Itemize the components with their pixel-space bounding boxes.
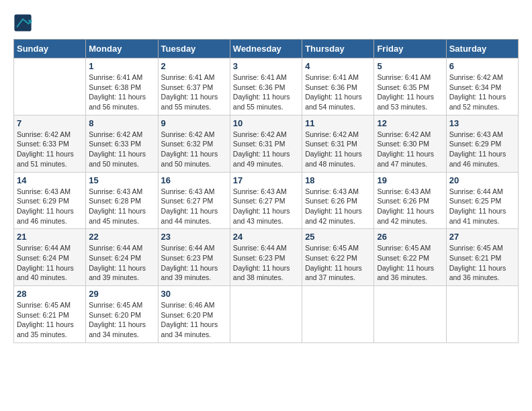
day-info: Sunrise: 6:42 AM Sunset: 6:32 PM Dayligh… xyxy=(161,130,227,169)
day-number: 26 xyxy=(377,232,443,242)
calendar-cell xyxy=(446,286,518,343)
calendar-cell: 17Sunrise: 6:43 AM Sunset: 6:27 PM Dayli… xyxy=(230,172,302,229)
calendar-cell: 19Sunrise: 6:43 AM Sunset: 6:26 PM Dayli… xyxy=(374,172,446,229)
day-number: 17 xyxy=(233,175,299,185)
day-info: Sunrise: 6:43 AM Sunset: 6:27 PM Dayligh… xyxy=(233,187,299,226)
calendar-cell: 23Sunrise: 6:44 AM Sunset: 6:23 PM Dayli… xyxy=(158,229,230,286)
header xyxy=(13,13,519,32)
day-number: 19 xyxy=(377,175,443,185)
calendar-cell: 27Sunrise: 6:45 AM Sunset: 6:21 PM Dayli… xyxy=(446,229,518,286)
day-info: Sunrise: 6:45 AM Sunset: 6:21 PM Dayligh… xyxy=(17,300,83,340)
calendar-cell: 10Sunrise: 6:42 AM Sunset: 6:31 PM Dayli… xyxy=(230,115,302,172)
calendar-header-row: SundayMondayTuesdayWednesdayThursdayFrid… xyxy=(14,40,519,58)
day-info: Sunrise: 6:45 AM Sunset: 6:20 PM Dayligh… xyxy=(89,300,154,340)
day-info: Sunrise: 6:42 AM Sunset: 6:30 PM Dayligh… xyxy=(377,130,443,169)
day-info: Sunrise: 6:42 AM Sunset: 6:31 PM Dayligh… xyxy=(233,130,299,169)
calendar-cell: 21Sunrise: 6:44 AM Sunset: 6:24 PM Dayli… xyxy=(14,229,86,286)
day-info: Sunrise: 6:43 AM Sunset: 6:28 PM Dayligh… xyxy=(89,187,154,226)
day-number: 4 xyxy=(305,61,371,71)
day-info: Sunrise: 6:43 AM Sunset: 6:27 PM Dayligh… xyxy=(161,187,227,226)
day-info: Sunrise: 6:44 AM Sunset: 6:24 PM Dayligh… xyxy=(89,243,154,283)
day-info: Sunrise: 6:43 AM Sunset: 6:29 PM Dayligh… xyxy=(17,187,83,226)
calendar-cell: 4Sunrise: 6:41 AM Sunset: 6:36 PM Daylig… xyxy=(302,58,374,116)
calendar-cell: 8Sunrise: 6:42 AM Sunset: 6:33 PM Daylig… xyxy=(86,115,158,172)
day-info: Sunrise: 6:46 AM Sunset: 6:20 PM Dayligh… xyxy=(161,300,227,340)
day-info: Sunrise: 6:43 AM Sunset: 6:26 PM Dayligh… xyxy=(305,187,371,226)
calendar-cell xyxy=(302,286,374,343)
day-number: 2 xyxy=(161,61,227,71)
day-number: 12 xyxy=(377,118,443,128)
calendar-week-row: 28Sunrise: 6:45 AM Sunset: 6:21 PM Dayli… xyxy=(14,286,519,343)
day-number: 13 xyxy=(449,118,515,128)
calendar-cell: 15Sunrise: 6:43 AM Sunset: 6:28 PM Dayli… xyxy=(86,172,158,229)
calendar-cell: 7Sunrise: 6:42 AM Sunset: 6:33 PM Daylig… xyxy=(14,115,86,172)
calendar-cell: 20Sunrise: 6:44 AM Sunset: 6:25 PM Dayli… xyxy=(446,172,518,229)
logo xyxy=(13,13,35,32)
day-number: 16 xyxy=(161,175,227,185)
calendar-week-row: 1Sunrise: 6:41 AM Sunset: 6:38 PM Daylig… xyxy=(14,58,519,116)
calendar-header-thursday: Thursday xyxy=(302,40,374,58)
day-info: Sunrise: 6:44 AM Sunset: 6:23 PM Dayligh… xyxy=(161,243,227,283)
day-number: 28 xyxy=(17,289,83,299)
calendar-cell: 18Sunrise: 6:43 AM Sunset: 6:26 PM Dayli… xyxy=(302,172,374,229)
day-info: Sunrise: 6:42 AM Sunset: 6:33 PM Dayligh… xyxy=(89,130,154,169)
day-info: Sunrise: 6:42 AM Sunset: 6:33 PM Dayligh… xyxy=(17,130,83,169)
calendar-cell: 24Sunrise: 6:44 AM Sunset: 6:23 PM Dayli… xyxy=(230,229,302,286)
day-info: Sunrise: 6:42 AM Sunset: 6:34 PM Dayligh… xyxy=(449,73,515,112)
calendar-cell: 26Sunrise: 6:45 AM Sunset: 6:22 PM Dayli… xyxy=(374,229,446,286)
day-info: Sunrise: 6:41 AM Sunset: 6:38 PM Dayligh… xyxy=(89,73,154,112)
calendar-week-row: 21Sunrise: 6:44 AM Sunset: 6:24 PM Dayli… xyxy=(14,229,519,286)
calendar-cell xyxy=(374,286,446,343)
day-number: 21 xyxy=(17,232,83,242)
day-number: 7 xyxy=(17,118,83,128)
day-number: 20 xyxy=(449,175,515,185)
calendar-header-monday: Monday xyxy=(86,40,158,58)
day-number: 6 xyxy=(449,61,515,71)
day-info: Sunrise: 6:41 AM Sunset: 6:35 PM Dayligh… xyxy=(377,73,443,112)
calendar-cell xyxy=(14,58,86,116)
calendar-cell: 30Sunrise: 6:46 AM Sunset: 6:20 PM Dayli… xyxy=(158,286,230,343)
calendar-header-sunday: Sunday xyxy=(14,40,86,58)
calendar-cell: 9Sunrise: 6:42 AM Sunset: 6:32 PM Daylig… xyxy=(158,115,230,172)
day-number: 27 xyxy=(449,232,515,242)
day-number: 10 xyxy=(233,118,299,128)
day-number: 30 xyxy=(161,289,227,299)
calendar-week-row: 14Sunrise: 6:43 AM Sunset: 6:29 PM Dayli… xyxy=(14,172,519,229)
day-number: 1 xyxy=(89,61,154,71)
day-number: 9 xyxy=(161,118,227,128)
day-info: Sunrise: 6:45 AM Sunset: 6:22 PM Dayligh… xyxy=(377,243,443,283)
day-number: 24 xyxy=(233,232,299,242)
calendar-cell xyxy=(230,286,302,343)
calendar-cell: 3Sunrise: 6:41 AM Sunset: 6:36 PM Daylig… xyxy=(230,58,302,116)
day-number: 23 xyxy=(161,232,227,242)
calendar-cell: 12Sunrise: 6:42 AM Sunset: 6:30 PM Dayli… xyxy=(374,115,446,172)
logo-icon xyxy=(13,13,32,32)
calendar-header-saturday: Saturday xyxy=(446,40,518,58)
day-number: 11 xyxy=(305,118,371,128)
calendar-header-wednesday: Wednesday xyxy=(230,40,302,58)
calendar-cell: 2Sunrise: 6:41 AM Sunset: 6:37 PM Daylig… xyxy=(158,58,230,116)
day-info: Sunrise: 6:43 AM Sunset: 6:29 PM Dayligh… xyxy=(449,130,515,169)
day-number: 15 xyxy=(89,175,154,185)
day-info: Sunrise: 6:44 AM Sunset: 6:25 PM Dayligh… xyxy=(449,187,515,226)
day-number: 25 xyxy=(305,232,371,242)
day-info: Sunrise: 6:42 AM Sunset: 6:31 PM Dayligh… xyxy=(305,130,371,169)
calendar-cell: 16Sunrise: 6:43 AM Sunset: 6:27 PM Dayli… xyxy=(158,172,230,229)
day-number: 29 xyxy=(89,289,154,299)
calendar-header-tuesday: Tuesday xyxy=(158,40,230,58)
calendar-cell: 28Sunrise: 6:45 AM Sunset: 6:21 PM Dayli… xyxy=(14,286,86,343)
day-number: 5 xyxy=(377,61,443,71)
day-info: Sunrise: 6:41 AM Sunset: 6:36 PM Dayligh… xyxy=(305,73,371,112)
day-number: 18 xyxy=(305,175,371,185)
calendar-week-row: 7Sunrise: 6:42 AM Sunset: 6:33 PM Daylig… xyxy=(14,115,519,172)
day-info: Sunrise: 6:41 AM Sunset: 6:36 PM Dayligh… xyxy=(233,73,299,112)
calendar-cell: 1Sunrise: 6:41 AM Sunset: 6:38 PM Daylig… xyxy=(86,58,158,116)
calendar-cell: 5Sunrise: 6:41 AM Sunset: 6:35 PM Daylig… xyxy=(374,58,446,116)
day-info: Sunrise: 6:45 AM Sunset: 6:21 PM Dayligh… xyxy=(449,243,515,283)
calendar-table: SundayMondayTuesdayWednesdayThursdayFrid… xyxy=(13,39,519,343)
calendar-cell: 29Sunrise: 6:45 AM Sunset: 6:20 PM Dayli… xyxy=(86,286,158,343)
calendar-cell: 22Sunrise: 6:44 AM Sunset: 6:24 PM Dayli… xyxy=(86,229,158,286)
day-number: 22 xyxy=(89,232,154,242)
day-number: 14 xyxy=(17,175,83,185)
day-info: Sunrise: 6:44 AM Sunset: 6:24 PM Dayligh… xyxy=(17,243,83,283)
